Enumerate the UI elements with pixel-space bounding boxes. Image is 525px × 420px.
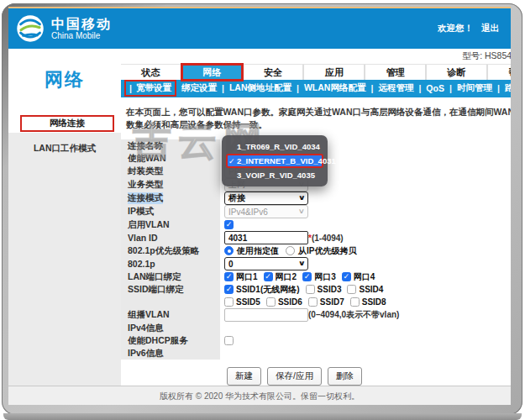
sidebar-item-network-connection[interactable]: 网络连接 — [20, 115, 114, 132]
ssid4-checkbox[interactable] — [347, 285, 356, 294]
form-buttons: 新建 保存/应用 删除 — [227, 367, 511, 386]
lan-port1-checkbox[interactable] — [224, 272, 234, 281]
lan-port4-checkbox[interactable] — [342, 272, 351, 281]
lan-port4-label: 网口4 — [354, 271, 375, 283]
brand-text: 中国移动 China Mobile — [51, 17, 112, 41]
connection-name-label: 连接名称 — [121, 139, 220, 152]
row-enable-dhcp: 使能DHCP服务 — [121, 334, 511, 347]
tab-management[interactable]: 管理 — [365, 65, 425, 81]
priority-policy-label: 802.1p优先级策略 — [121, 244, 220, 257]
vlan-id-input[interactable]: 4031 — [224, 231, 308, 244]
subtab-route-config[interactable]: 路由配置 — [505, 82, 511, 94]
chevron-down-icon: ∨ — [297, 195, 305, 202]
subtab-qos[interactable]: QoS — [426, 83, 444, 93]
use-specified-value-label: 使用指定值 — [237, 245, 279, 257]
connection-mode-label: 连接模式 — [121, 192, 220, 205]
lan-binding-label: LAN端口绑定 — [121, 270, 220, 283]
lan-port3-checkbox[interactable] — [302, 272, 312, 281]
ssid1-checkbox[interactable] — [224, 285, 234, 294]
enable-dhcp-checkbox[interactable] — [224, 336, 234, 345]
enable-vlan-label: 启用VLAN — [121, 218, 220, 231]
top-tab-bar: 状态 网络 安全 应用 管理 诊断 帮助 — [121, 65, 511, 81]
page-description: 在本页面上，您可以配置WAN口参数。家庭网关通过WAN口与高层网络设备通信，在通… — [126, 106, 511, 131]
lan-port2-label: 网口2 — [276, 271, 297, 283]
connection-mode-select[interactable]: 桥接 ∨ — [224, 192, 308, 205]
sidebar-item-lan-work-mode[interactable]: LAN口工作模式 — [8, 143, 121, 155]
ssid6-label: SSID6 — [278, 297, 302, 307]
8021p-label: 802.1p — [121, 257, 220, 270]
logout-link[interactable]: 退出 — [481, 23, 499, 34]
ip-mode-value: IPv4&IPv6 — [228, 207, 268, 217]
row-lan-binding: LAN端口绑定 网口1 网口2 网口3 网口4 — [121, 270, 511, 283]
tab-application[interactable]: 应用 — [304, 65, 364, 81]
ssid5-label: SSID5 — [236, 297, 260, 307]
ssid5-checkbox[interactable] — [224, 297, 234, 307]
row-8021p: 802.1p 0 ∨ — [121, 257, 511, 270]
tab-help[interactable]: 帮助 — [488, 65, 511, 81]
china-mobile-logo-icon — [16, 14, 45, 43]
sub-tab-bar: |宽带设置 绑定设置 | LAN侧地址配置 | WLAN网络配置 | 远程管理 … — [121, 80, 511, 97]
sidebar: 网络 网络连接 LAN口工作模式 — [8, 49, 121, 386]
row-ip-mode: IP模式 IPv4&IPv6 ∨ — [121, 205, 511, 218]
lan-port2-checkbox[interactable] — [264, 272, 273, 281]
new-button[interactable]: 新建 — [227, 367, 261, 386]
ssid7-label: SSID7 — [320, 297, 344, 307]
save-apply-button[interactable]: 保存/应用 — [267, 367, 322, 386]
copy-from-ip-priority-radio[interactable] — [286, 246, 295, 255]
dropdown-option-internet[interactable]: ✓ 2_INTERNET_B_VID_4031 — [226, 154, 323, 168]
multicast-vlan-hint: (0–4094,0表示不带vlan) — [308, 309, 399, 321]
dropdown-option-voip[interactable]: 3_VOIP_R_VID_4035 — [226, 168, 323, 182]
row-vlan-id: Vlan ID 4031 * (1-4094) — [121, 231, 511, 244]
ssid8-checkbox[interactable] — [350, 297, 360, 307]
ssid4-label: SSID4 — [359, 285, 383, 294]
8021p-value: 0 — [228, 260, 234, 269]
dropdown-option-tr069[interactable]: 1_TR069_R_VID_4034 — [226, 139, 323, 154]
ipv6-info-label: IPv6信息 — [121, 347, 220, 360]
subtab-lan-address-config[interactable]: LAN侧地址配置 — [229, 82, 291, 94]
row-ssid-binding-2: SSID5 SSID6 SSID7 SSID8 — [121, 296, 511, 308]
vlan-id-hint: (1-4094) — [312, 234, 344, 243]
multicast-vlan-input[interactable] — [224, 308, 308, 322]
tab-security[interactable]: 安全 — [244, 65, 303, 81]
tab-status[interactable]: 状态 — [121, 65, 181, 81]
copy-from-ip-priority-label: 从IP优先级拷贝 — [298, 245, 356, 257]
use-specified-value-radio[interactable] — [224, 246, 234, 255]
subtab-remote-management[interactable]: 远程管理 — [378, 82, 413, 94]
row-ipv6-info: IPv6信息 — [121, 347, 511, 360]
tab-network[interactable]: 网络 — [182, 65, 242, 81]
delete-button[interactable]: 删除 — [328, 367, 362, 386]
app-header: 中国移动 China Mobile 欢迎您！ 退出 — [8, 8, 511, 49]
row-priority-policy: 802.1p优先级策略 使用指定值 从IP优先级拷贝 — [121, 244, 511, 257]
sidebar-list: LAN口工作模式 — [8, 133, 121, 386]
ipv4-info-label: IPv4信息 — [121, 322, 220, 334]
enable-wan-label: 使能WAN — [121, 152, 220, 165]
brand-name-cn: 中国移动 — [51, 17, 112, 32]
subtab-time-management[interactable]: 时间管理 — [457, 82, 492, 94]
subtab-broadband-settings[interactable]: 宽带设置 — [136, 82, 171, 94]
ssid7-checkbox[interactable] — [308, 297, 318, 307]
vlan-id-label: Vlan ID — [121, 231, 220, 244]
ssid-binding-label: SSID端口绑定 — [121, 283, 220, 296]
enable-vlan-checkbox[interactable] — [224, 220, 234, 229]
subtab-wlan-config[interactable]: WLAN网络配置 — [304, 82, 366, 94]
ip-mode-select[interactable]: IPv4&IPv6 ∨ — [224, 205, 308, 218]
subtab-binding-settings[interactable]: 绑定设置 — [181, 82, 217, 94]
chevron-down-icon: ∨ — [297, 260, 305, 267]
ssid3-checkbox[interactable] — [306, 285, 315, 294]
connection-mode-value: 桥接 — [228, 192, 245, 204]
tab-diagnosis[interactable]: 诊断 — [427, 65, 486, 81]
lan-port1-label: 网口1 — [236, 271, 258, 283]
subtab-broadband-annotation: |宽带设置 — [124, 80, 176, 97]
row-ssid-binding-1: SSID端口绑定 SSID1(无线网络) SSID3 SSID4 — [121, 283, 511, 296]
main-panel: 型号: HS8546V5 状态 网络 安全 应用 管理 诊断 帮助 |宽带设置 … — [121, 49, 511, 386]
multicast-vlan-label: 组播VLAN — [121, 308, 220, 322]
row-connection-mode: 连接模式 桥接 ∨ — [121, 192, 511, 205]
ssid6-checkbox[interactable] — [266, 297, 276, 307]
ip-mode-label: IP模式 — [121, 205, 220, 218]
sidebar-section-title: 网络 — [8, 49, 121, 113]
brand-name-en: China Mobile — [51, 31, 112, 40]
footer-copyright: 版权所有 © 2020 华为技术有限公司。保留一切权利。 — [8, 386, 511, 405]
8021p-select[interactable]: 0 ∨ — [224, 257, 308, 270]
row-ipv4-info: IPv4信息 — [121, 322, 511, 334]
connection-name-dropdown-menu: 1_TR069_R_VID_4034 ✓ 2_INTERNET_B_VID_40… — [222, 135, 328, 186]
